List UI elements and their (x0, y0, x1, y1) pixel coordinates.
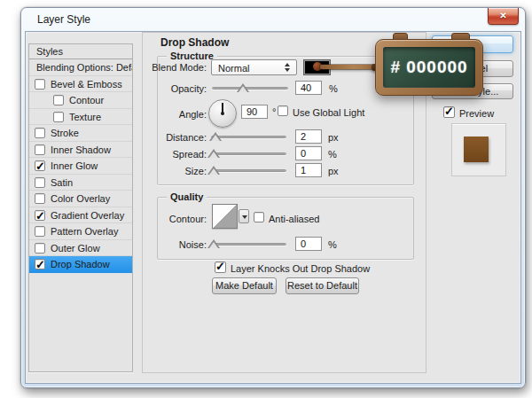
distance-label: Distance: (109, 132, 207, 143)
opacity-input[interactable] (295, 81, 322, 95)
sidebar-item-label: Inner Shadow (51, 142, 111, 159)
preview-label: Preview (459, 108, 494, 119)
noise-input[interactable] (295, 237, 322, 251)
reset-to-default-button[interactable]: Reset to Default (286, 277, 359, 294)
contour-dropdown-arrow[interactable] (239, 209, 249, 223)
style-enable-checkbox[interactable] (35, 177, 45, 188)
styles-list-header: Styles (29, 44, 132, 59)
structure-legend: Structure (167, 51, 217, 61)
noise-label: Noise: (109, 239, 207, 250)
noise-slider[interactable] (211, 243, 286, 246)
dropdown-arrows-icon (285, 63, 291, 72)
close-button[interactable]: ✕ (488, 8, 519, 25)
sidebar-item-label: Outer Glow (51, 240, 100, 257)
anti-aliased-label: Anti-aliased (269, 214, 319, 224)
opacity-label: Opacity: (109, 83, 207, 94)
style-enable-checkbox[interactable] (35, 259, 45, 269)
pointer-stick-shaft (320, 65, 377, 69)
angle-input[interactable] (241, 105, 268, 119)
spread-input[interactable] (295, 146, 322, 160)
preview-thumbnail (451, 123, 506, 176)
preview-style-swatch (464, 137, 489, 162)
opacity-slider[interactable] (212, 87, 288, 90)
sidebar-item-satin[interactable]: Satin (29, 175, 132, 191)
contour-picker[interactable] (212, 204, 238, 229)
style-enable-checkbox[interactable] (53, 95, 64, 105)
sidebar-item-label: Color Overlay (51, 191, 110, 207)
sidebar-item-label: Drop Shadow (51, 256, 110, 273)
title-bar[interactable]: Layer Style ✕ (21, 8, 525, 31)
style-enable-checkbox[interactable] (35, 79, 45, 90)
style-enable-checkbox[interactable] (35, 160, 45, 171)
blend-mode-label: Blend Mode: (109, 62, 207, 73)
angle-hub-icon (221, 112, 224, 115)
size-input[interactable] (295, 163, 322, 177)
contour-label: Contour: (109, 214, 207, 224)
sidebar-item-label: Satin (51, 175, 73, 191)
style-enable-checkbox[interactable] (35, 144, 45, 155)
chalkboard-surface: # 000000 (383, 47, 475, 88)
blend-mode-value: Normal (218, 63, 249, 74)
quality-legend: Quality (167, 191, 207, 202)
sidebar-item-label: Pattern Overlay (51, 223, 118, 240)
style-enable-checkbox[interactable] (35, 210, 45, 221)
size-slider[interactable] (211, 169, 286, 172)
sidebar-item-label: Inner Glow (51, 158, 98, 175)
sidebar-item-label: Texture (69, 109, 101, 126)
angle-unit: ° (272, 106, 276, 117)
quality-group: Quality (157, 197, 414, 260)
size-label: Size: (109, 166, 207, 176)
sidebar-item-label: Contour (69, 92, 104, 109)
layer-knockout-label: Layer Knocks Out Drop Shadow (231, 263, 370, 274)
window-title: Layer Style (37, 13, 90, 26)
use-global-light-checkbox[interactable] (278, 105, 288, 116)
sidebar-item-contour[interactable]: Contour (29, 92, 132, 109)
style-enable-checkbox[interactable] (53, 112, 64, 122)
sidebar-item-pattern-overlay[interactable]: Pattern Overlay (29, 223, 132, 240)
make-default-button[interactable]: Make Default (212, 277, 277, 294)
use-global-light-label: Use Global Light (293, 107, 364, 118)
sidebar-item-label: Stroke (51, 125, 79, 142)
sidebar-item-drop-shadow[interactable]: Drop Shadow (29, 256, 132, 273)
page-title: Drop Shadow (160, 36, 229, 49)
preview-checkbox[interactable] (443, 106, 455, 118)
angle-label: Angle: (109, 109, 207, 120)
hex-color-text: # 000000 (390, 58, 467, 76)
angle-dial[interactable] (208, 99, 237, 128)
spread-slider[interactable] (211, 152, 286, 155)
anti-aliased-checkbox[interactable] (254, 212, 264, 222)
spread-label: Spread: (109, 149, 207, 160)
spread-unit: % (328, 149, 337, 160)
noise-unit: % (328, 239, 337, 250)
opacity-unit: % (329, 83, 338, 94)
blend-mode-select[interactable]: Normal (211, 59, 297, 75)
chalkboard-overlay: # 000000 (375, 39, 483, 96)
sidebar-item-color-overlay[interactable]: Color Overlay (29, 191, 132, 207)
distance-unit: px (328, 132, 339, 143)
style-enable-checkbox[interactable] (35, 128, 45, 138)
layer-knockout-checkbox[interactable] (215, 261, 226, 273)
distance-slider[interactable] (211, 136, 286, 138)
distance-input[interactable] (295, 129, 322, 144)
style-enable-checkbox[interactable] (35, 226, 45, 237)
style-enable-checkbox[interactable] (35, 193, 45, 204)
style-enable-checkbox[interactable] (35, 243, 45, 254)
close-icon: ✕ (499, 11, 506, 20)
size-unit: px (328, 166, 339, 176)
